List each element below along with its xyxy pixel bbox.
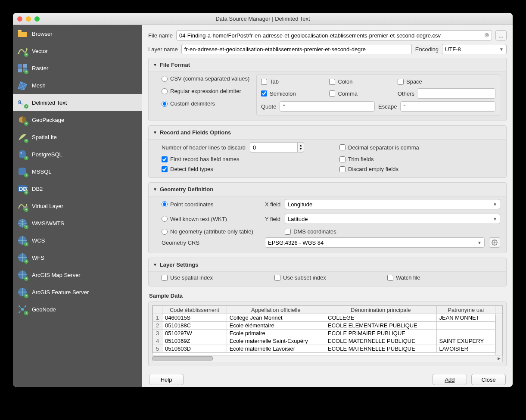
check-subset-index[interactable]: Use subset index — [274, 274, 387, 281]
check-decimal-comma[interactable]: Decimal separator is comma — [339, 142, 500, 152]
layer-settings-header[interactable]: ▼Layer Settings — [149, 258, 506, 271]
sidebar-item-arcgis-feature[interactable]: ArcGIS Feature Server — [13, 283, 142, 301]
crs-picker-button[interactable] — [489, 237, 500, 248]
main-panel: File name ⊗ … Layer name Encoding UTF-8▼… — [142, 25, 513, 387]
yfield-select[interactable]: Latitude▼ — [285, 214, 500, 224]
sidebar-item-label: SpatiaLite — [32, 134, 57, 140]
scroll-thumb[interactable] — [153, 356, 213, 361]
sidebar-item-label: Virtual Layer — [32, 203, 63, 209]
others-input[interactable] — [417, 88, 495, 99]
sidebar-item-virtual-layer[interactable]: Virtual Layer — [13, 197, 142, 215]
horizontal-scrollbar[interactable]: ◀ ▶ — [152, 355, 503, 362]
sidebar-item-postgresql[interactable]: PostgreSQL — [13, 146, 142, 163]
sidebar-item-vector[interactable]: Vector — [13, 42, 142, 59]
layer-name-input[interactable] — [181, 44, 412, 54]
sidebar-item-wms[interactable]: WMS/WMTS — [13, 215, 142, 232]
add-button[interactable]: Add — [433, 374, 467, 385]
sidebar-item-wfs[interactable]: WFS — [13, 249, 142, 266]
crs-select[interactable]: EPSG:4326 - WGS 84▼ — [265, 237, 485, 248]
check-watch-file[interactable]: Watch file — [387, 274, 500, 281]
check-space[interactable]: Space — [398, 78, 495, 85]
sidebar-item-browser[interactable]: Browser — [13, 25, 142, 42]
check-dms[interactable]: DMS coordinates — [285, 228, 500, 235]
sidebar-item-mesh[interactable]: Mesh — [13, 77, 142, 94]
sidebar-item-delimited-text[interactable]: 9, Delimited Text — [13, 94, 142, 111]
file-format-group: ▼File Format CSV (comma separated values… — [148, 58, 507, 121]
radio-wkt[interactable]: Well known text (WKT) — [162, 216, 261, 222]
check-tab[interactable]: Tab — [261, 78, 321, 85]
globe-icon — [17, 235, 28, 246]
escape-input[interactable] — [400, 101, 495, 112]
spatialite-icon — [17, 132, 28, 142]
clear-file-icon[interactable]: ⊗ — [484, 31, 489, 38]
vertical-scrollbar[interactable] — [495, 314, 502, 355]
check-semicolon[interactable]: Semicolon — [261, 88, 321, 99]
sidebar-item-mssql[interactable]: MSSQL — [13, 163, 142, 180]
file-name-input[interactable] — [176, 30, 492, 40]
file-format-header[interactable]: ▼File Format — [149, 58, 506, 72]
vector-icon — [17, 46, 28, 56]
file-name-label: File name — [148, 32, 173, 39]
xfield-select[interactable]: Longitude▼ — [285, 199, 500, 209]
triangle-down-icon: ▼ — [153, 62, 157, 67]
check-discard-empty[interactable]: Discard empty fields — [339, 166, 500, 172]
svg-rect-2 — [18, 64, 22, 68]
scroll-right-icon[interactable]: ▶ — [495, 355, 502, 361]
radio-custom[interactable]: Custom delimiters — [162, 100, 252, 107]
dialog-window: Data Source Manager | Delimited Text Bro… — [13, 13, 513, 387]
globe-icon — [17, 287, 28, 297]
check-detect-types[interactable]: Detect field types — [162, 166, 322, 172]
check-first-names[interactable]: First record has field names — [162, 156, 322, 162]
browse-file-button[interactable]: … — [495, 30, 507, 40]
check-comma[interactable]: Comma — [329, 88, 389, 99]
postgresql-icon — [17, 149, 28, 159]
triangle-down-icon: ▼ — [153, 130, 157, 135]
sample-data-table[interactable]: Code établissementAppellation officielle… — [152, 305, 503, 355]
sidebar-item-spatialite[interactable]: SpatiaLite — [13, 128, 142, 146]
quote-input[interactable] — [280, 101, 375, 112]
radio-point-coords[interactable]: Point coordinates — [162, 201, 261, 208]
escape-label: Escape — [378, 103, 397, 110]
svg-point-7 — [21, 152, 22, 154]
sidebar-item-db2[interactable]: DB2 DB2 — [13, 180, 142, 197]
sidebar-item-geopackage[interactable]: GeoPackage — [13, 111, 142, 128]
records-header[interactable]: ▼Record and Fields Options — [149, 126, 506, 139]
xfield-label: X field — [265, 201, 280, 208]
radio-no-geometry[interactable]: No geometry (attribute only table) — [162, 228, 261, 235]
sidebar-item-label: WCS — [32, 237, 45, 244]
sidebar-item-label: GeoPackage — [32, 117, 64, 123]
others-label: Others — [398, 90, 414, 97]
quote-label: Quote — [261, 103, 276, 110]
geometry-header[interactable]: ▼Geometry Definition — [149, 183, 506, 196]
chevron-down-icon: ▼ — [477, 240, 482, 245]
triangle-down-icon: ▼ — [153, 187, 157, 192]
header-lines-spinner[interactable]: ▲▼ — [250, 142, 304, 152]
virtual-layer-icon — [17, 201, 28, 211]
geonode-icon — [17, 304, 28, 314]
sidebar-item-arcgis-map[interactable]: ArcGIS Map Server — [13, 266, 142, 283]
close-button[interactable]: Close — [471, 374, 506, 385]
check-colon[interactable]: Colon — [329, 78, 389, 85]
help-button[interactable]: Help — [149, 374, 184, 385]
source-type-sidebar: Browser Vector Raster Mesh 9, Delimited … — [13, 25, 142, 387]
sample-data-panel: Code établissementAppellation officielle… — [148, 302, 507, 366]
layer-name-label: Layer name — [148, 46, 178, 53]
sidebar-item-wcs[interactable]: WCS — [13, 232, 142, 249]
mesh-icon — [17, 80, 28, 90]
encoding-select[interactable]: UTF-8▼ — [442, 44, 507, 54]
svg-point-8 — [19, 168, 26, 170]
spinner-arrows-icon[interactable]: ▲▼ — [297, 142, 304, 152]
chevron-down-icon: ▼ — [493, 202, 497, 207]
svg-text:9,: 9, — [18, 99, 23, 106]
titlebar[interactable]: Data Source Manager | Delimited Text — [13, 13, 513, 25]
db2-icon: DB2 — [17, 184, 28, 194]
sidebar-item-raster[interactable]: Raster — [13, 59, 142, 77]
sidebar-item-label: PostgreSQL — [32, 151, 62, 158]
radio-csv[interactable]: CSV (comma separated values) — [162, 75, 252, 82]
yfield-label: Y field — [265, 216, 280, 222]
sidebar-item-label: MSSQL — [32, 168, 52, 175]
radio-regex[interactable]: Regular expression delimiter — [162, 88, 252, 94]
check-spatial-index[interactable]: Use spatial index — [162, 274, 274, 281]
sidebar-item-geonode[interactable]: GeoNode — [13, 301, 142, 318]
check-trim[interactable]: Trim fields — [339, 156, 500, 162]
